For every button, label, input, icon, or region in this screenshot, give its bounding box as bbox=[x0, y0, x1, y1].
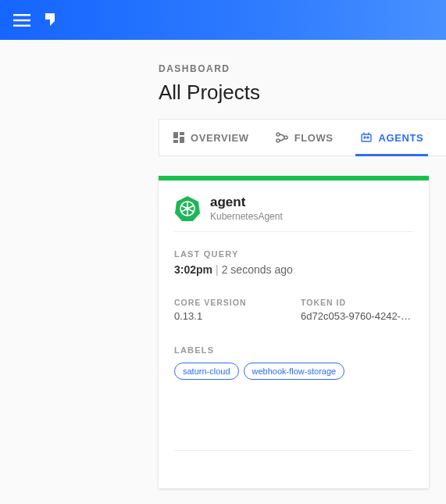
tab-overview[interactable]: OVERVIEW bbox=[173, 120, 249, 155]
agent-name: agent bbox=[210, 195, 283, 210]
svg-rect-6 bbox=[173, 140, 178, 143]
svg-point-23 bbox=[186, 206, 189, 209]
token-id-label: TOKEN ID bbox=[301, 298, 413, 307]
core-version-block: CORE VERSION 0.13.1 bbox=[174, 298, 287, 322]
core-version-value: 0.13.1 bbox=[174, 310, 287, 322]
svg-point-9 bbox=[284, 136, 287, 139]
last-query-time: 3:02pm bbox=[174, 263, 212, 276]
top-bar bbox=[0, 0, 446, 40]
last-query-value: 3:02pm|2 seconds ago bbox=[174, 263, 413, 276]
token-id-value: 6d72c053-9760-4242-… bbox=[301, 310, 413, 322]
last-query-relative: 2 seconds ago bbox=[222, 263, 293, 276]
svg-point-7 bbox=[277, 133, 280, 136]
separator: | bbox=[216, 263, 219, 276]
svg-rect-1 bbox=[13, 19, 30, 20]
tab-label: FLOWS bbox=[294, 132, 334, 144]
svg-rect-4 bbox=[180, 132, 184, 135]
agents-icon bbox=[360, 132, 373, 143]
svg-point-14 bbox=[367, 137, 369, 138]
menu-icon[interactable] bbox=[11, 9, 33, 31]
svg-rect-5 bbox=[180, 137, 184, 143]
svg-rect-3 bbox=[173, 132, 178, 138]
svg-point-8 bbox=[277, 139, 280, 142]
last-query-label: LAST QUERY bbox=[174, 249, 413, 259]
tab-label: OVERVIEW bbox=[191, 132, 249, 144]
kubernetes-icon bbox=[174, 195, 201, 222]
card-divider bbox=[174, 450, 413, 451]
flow-icon bbox=[276, 132, 288, 143]
agent-header: agent KubernetesAgent bbox=[174, 195, 413, 232]
labels-label: LABELS bbox=[174, 345, 413, 355]
core-version-label: CORE VERSION bbox=[174, 298, 287, 307]
breadcrumb: DASHBOARD bbox=[159, 63, 446, 74]
labels-chips: saturn-cloud webhook-flow-storage bbox=[174, 363, 413, 380]
svg-rect-0 bbox=[13, 14, 30, 16]
tab-flows[interactable]: FLOWS bbox=[276, 120, 334, 155]
token-id-block: TOKEN ID 6d72c053-9760-4242-… bbox=[301, 298, 413, 322]
brand-logo[interactable] bbox=[44, 12, 58, 29]
tab-agents[interactable]: AGENTS bbox=[360, 120, 424, 155]
tabs-bar: OVERVIEW FLOWS bbox=[159, 119, 446, 156]
page-title: All Projects bbox=[159, 80, 446, 105]
dashboard-icon bbox=[173, 132, 184, 143]
svg-point-13 bbox=[364, 137, 366, 138]
agent-card: agent KubernetesAgent LAST QUERY 3:02pm|… bbox=[159, 176, 429, 488]
label-chip[interactable]: webhook-flow-storage bbox=[244, 363, 345, 380]
svg-rect-2 bbox=[13, 24, 30, 26]
agent-type: KubernetesAgent bbox=[210, 211, 283, 222]
svg-rect-10 bbox=[362, 134, 371, 141]
tab-label: AGENTS bbox=[379, 132, 424, 144]
main-content: DASHBOARD All Projects OVERVIEW bbox=[159, 63, 446, 488]
label-chip[interactable]: saturn-cloud bbox=[174, 363, 239, 380]
